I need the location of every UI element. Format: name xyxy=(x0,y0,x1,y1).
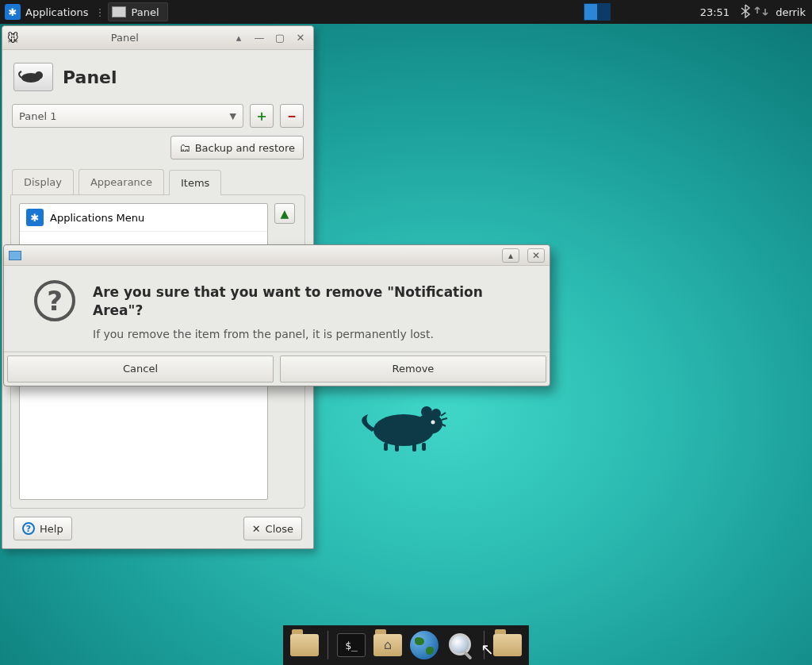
svg-rect-6 xyxy=(412,444,416,452)
chevron-down-icon: ▼ xyxy=(230,111,236,121)
tab-display[interactable]: Display xyxy=(12,169,74,194)
dock-separator xyxy=(484,631,485,659)
dock-folder-2[interactable] xyxy=(491,628,524,662)
dialog-close-button[interactable]: ✕ xyxy=(527,248,545,263)
svg-point-10 xyxy=(35,71,43,79)
move-item-up-button[interactable]: ▲ xyxy=(274,203,295,224)
taskbar-item-panel[interactable]: Panel xyxy=(108,2,167,21)
backup-restore-label: Backup and restore xyxy=(195,142,295,154)
svg-rect-7 xyxy=(422,443,426,451)
question-icon: ? xyxy=(34,280,75,321)
window-up-button[interactable]: ▴ xyxy=(231,31,247,45)
window-close-button[interactable]: ✕ xyxy=(293,31,308,45)
svg-point-3 xyxy=(431,409,441,418)
titlebar-app-icon: 🐭 xyxy=(7,32,19,44)
window-maximize-button[interactable]: ▢ xyxy=(272,31,288,45)
username-label: derrik xyxy=(776,6,806,18)
remove-panel-button[interactable]: － xyxy=(280,104,304,128)
taskbar-item-label: Panel xyxy=(131,6,159,18)
window-minimize-button[interactable]: — xyxy=(251,31,267,45)
cancel-button[interactable]: Cancel xyxy=(7,356,274,382)
svg-point-8 xyxy=(431,421,435,425)
close-button[interactable]: ✕ Close xyxy=(243,517,302,540)
bottom-dock: $_ ↖ xyxy=(283,625,529,665)
dock-folder-1[interactable] xyxy=(288,628,321,662)
confirm-subtext: If you remove the item from the panel, i… xyxy=(93,328,534,340)
applications-menu-button[interactable]: ✱ Applications xyxy=(0,0,93,24)
panel-select-value: Panel 1 xyxy=(19,110,56,122)
svg-rect-4 xyxy=(384,443,388,451)
dialog-app-icon xyxy=(9,251,21,260)
user-menu[interactable]: derrik xyxy=(769,6,812,18)
applications-menu-icon: ✱ xyxy=(26,209,44,226)
wallpaper-mouse-icon xyxy=(360,400,455,456)
dialog-up-button[interactable]: ▴ xyxy=(502,248,519,263)
panel-header-title: Panel xyxy=(63,67,117,87)
add-panel-button[interactable]: ＋ xyxy=(250,104,274,128)
confirm-actions: Cancel Remove xyxy=(4,352,550,386)
backup-restore-button[interactable]: 🗂 Backup and restore xyxy=(170,136,304,160)
bluetooth-icon[interactable] xyxy=(737,4,753,21)
close-label: Close xyxy=(266,523,293,535)
tab-items[interactable]: Items xyxy=(169,170,221,195)
network-icon[interactable] xyxy=(753,6,769,19)
svg-point-2 xyxy=(421,406,432,417)
help-button[interactable]: ? Help xyxy=(13,517,72,540)
top-panel: ✱ Applications ⋮ Panel 23:51 derrik xyxy=(0,0,812,24)
close-icon: ✕ xyxy=(252,523,261,535)
help-label: Help xyxy=(40,523,63,535)
list-item[interactable]: ✱ Applications Menu xyxy=(20,204,267,232)
panel-window-title: Panel xyxy=(24,32,226,44)
remove-button[interactable]: Remove xyxy=(280,356,546,382)
xfce-logo-icon: ✱ xyxy=(5,4,21,20)
help-icon: ? xyxy=(22,522,35,535)
folder-icon: 🗂 xyxy=(179,141,190,154)
panel-separator-icon: ⋮ xyxy=(93,6,106,18)
svg-rect-5 xyxy=(395,444,399,452)
dock-web-browser[interactable] xyxy=(408,628,441,662)
dock-home-folder[interactable] xyxy=(371,628,404,662)
panel-window-titlebar[interactable]: 🐭 Panel ▴ — ▢ ✕ xyxy=(2,26,313,50)
clock[interactable]: 23:51 xyxy=(692,6,737,18)
applications-menu-label: Applications xyxy=(25,6,88,18)
dock-terminal[interactable]: $_ xyxy=(335,628,368,662)
panel-tabs: Display Appearance Items xyxy=(10,169,305,194)
dock-separator xyxy=(327,631,328,659)
dock-search[interactable] xyxy=(444,628,477,662)
panel-header-icon xyxy=(13,63,53,91)
tab-appearance[interactable]: Appearance xyxy=(79,169,164,194)
window-thumb-icon xyxy=(112,6,126,17)
confirm-dialog: ▴ ✕ ? Are you sure that you want to remo… xyxy=(3,244,550,386)
confirm-titlebar[interactable]: ▴ ✕ xyxy=(4,245,550,266)
list-item-label: Applications Menu xyxy=(50,212,144,224)
panel-select-combo[interactable]: Panel 1 ▼ xyxy=(12,104,243,128)
workspace-switcher[interactable] xyxy=(581,0,613,24)
confirm-heading: Are you sure that you want to remove "No… xyxy=(93,283,534,320)
